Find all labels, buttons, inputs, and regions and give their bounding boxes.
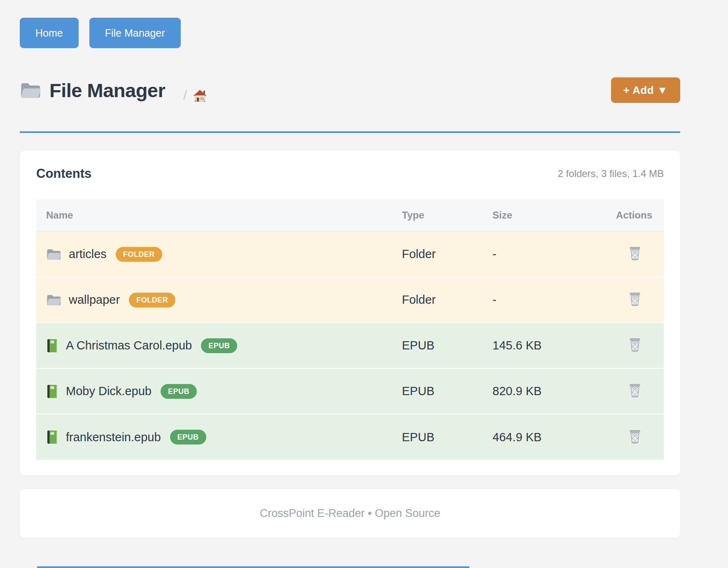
file-type: Folder	[392, 277, 483, 323]
column-header-name: Name	[36, 199, 392, 231]
book-icon	[46, 339, 58, 353]
file-badge: EPUB	[161, 384, 197, 399]
breadcrumb: /	[183, 88, 207, 103]
trash-icon	[628, 429, 642, 444]
file-type: EPUB	[392, 368, 483, 414]
delete-button[interactable]	[626, 290, 644, 310]
folder-icon	[20, 81, 41, 100]
book-icon	[46, 384, 58, 398]
header-divider	[20, 131, 680, 133]
add-button[interactable]: + Add ▼	[611, 77, 680, 103]
contents-summary: 2 folders, 3 files, 1.4 MB	[558, 168, 664, 179]
top-nav: Home File Manager	[20, 0, 680, 48]
bottom-divider-sliver	[37, 566, 469, 568]
book-icon	[46, 430, 58, 444]
delete-button[interactable]	[626, 428, 644, 447]
table-row: A Christmas Carol.epub EPUB EPUB 145.6 K…	[36, 323, 664, 368]
trash-icon	[628, 292, 642, 307]
file-table: Name Type Size Actions	[36, 199, 664, 460]
breadcrumb-separator: /	[183, 88, 187, 103]
column-header-size: Size	[483, 199, 606, 231]
file-name: articles	[69, 247, 107, 261]
file-type: EPUB	[392, 414, 483, 460]
trash-icon	[628, 338, 642, 352]
folder-icon	[46, 293, 61, 307]
page-header: File Manager / + Add ▼	[20, 77, 680, 103]
table-row: wallpaper FOLDER Folder -	[36, 277, 664, 323]
title-group: File Manager /	[20, 77, 611, 103]
file-size: 145.6 KB	[483, 323, 606, 368]
file-name: A Christmas Carol.epub	[66, 339, 192, 352]
trash-icon	[628, 246, 642, 261]
table-row: Moby Dick.epub EPUB EPUB 820.9 KB	[36, 368, 664, 414]
trash-icon	[628, 383, 642, 398]
file-badge: FOLDER	[129, 293, 175, 307]
delete-button[interactable]	[626, 336, 644, 355]
file-badge: EPUB	[201, 338, 237, 353]
file-type: Folder	[392, 231, 483, 277]
home-button[interactable]: Home	[20, 18, 79, 48]
table-header-row: Name Type Size Actions	[36, 199, 664, 231]
house-icon[interactable]	[193, 89, 207, 102]
table-row: articles FOLDER Folder -	[36, 231, 664, 277]
file-name: Moby Dick.epub	[66, 384, 152, 398]
column-header-actions: Actions	[606, 199, 664, 231]
contents-card: Contents 2 folders, 3 files, 1.4 MB Name…	[20, 151, 680, 475]
folder-icon	[46, 248, 61, 261]
file-manager-button[interactable]: File Manager	[89, 18, 181, 48]
contents-card-header: Contents 2 folders, 3 files, 1.4 MB	[36, 166, 664, 181]
file-name: wallpaper	[69, 293, 120, 307]
file-size: -	[483, 277, 606, 323]
footer: CrossPoint E-Reader • Open Source	[20, 489, 680, 538]
file-size: -	[483, 231, 606, 277]
page-container: Home File Manager File Manager /	[20, 0, 680, 538]
table-row: frankenstein.epub EPUB EPUB 464.9 KB	[36, 414, 664, 460]
contents-heading: Contents	[36, 166, 91, 181]
file-badge: EPUB	[170, 430, 206, 445]
file-size: 464.9 KB	[483, 414, 606, 460]
file-name: frankenstein.epub	[66, 431, 161, 444]
page-title: File Manager	[49, 79, 165, 102]
file-badge: FOLDER	[116, 247, 162, 262]
delete-button[interactable]	[626, 382, 644, 401]
delete-button[interactable]	[626, 244, 644, 264]
column-header-type: Type	[392, 199, 483, 231]
file-size: 820.9 KB	[483, 368, 606, 414]
table-body: articles FOLDER Folder -	[36, 231, 664, 460]
footer-text: CrossPoint E-Reader • Open Source	[260, 507, 441, 520]
file-type: EPUB	[392, 323, 483, 368]
